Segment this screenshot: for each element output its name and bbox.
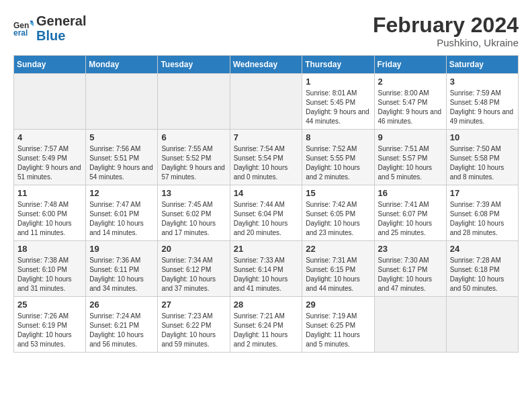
day-number: 4 [17,132,82,142]
calendar-cell: 25 Sunrise: 7:26 AM Sunset: 6:19 PM Dayl… [14,297,86,353]
calendar-weekday-sunday: Sunday [14,56,86,74]
day-number: 15 [306,188,370,198]
calendar-cell: 2 Sunrise: 8:00 AM Sunset: 5:47 PM Dayli… [374,74,446,130]
page-title: February 2024 [373,13,519,37]
day-number: 27 [161,300,226,310]
day-number: 18 [17,244,82,254]
calendar-week-4: 18 Sunrise: 7:38 AM Sunset: 6:10 PM Dayl… [14,241,519,297]
calendar-table: SundayMondayTuesdayWednesdayThursdayFrid… [13,55,519,353]
calendar-week-1: 1 Sunrise: 8:01 AM Sunset: 5:45 PM Dayli… [14,74,519,130]
day-number: 17 [450,188,515,198]
calendar-cell [374,297,446,353]
day-number: 10 [450,132,515,142]
day-info: Sunrise: 7:21 AM Sunset: 6:24 PM Dayligh… [234,312,299,349]
calendar-weekday-friday: Friday [374,56,446,74]
calendar-cell: 4 Sunrise: 7:57 AM Sunset: 5:49 PM Dayli… [14,130,86,185]
day-info: Sunrise: 7:55 AM Sunset: 5:52 PM Dayligh… [161,144,226,182]
calendar-cell: 17 Sunrise: 7:39 AM Sunset: 6:08 PM Dayl… [446,185,518,241]
calendar-cell [158,74,230,130]
day-info: Sunrise: 8:00 AM Sunset: 5:47 PM Dayligh… [378,89,443,126]
day-number: 19 [89,244,154,254]
day-number: 3 [450,77,515,87]
day-number: 21 [234,244,299,254]
day-info: Sunrise: 7:56 AM Sunset: 5:51 PM Dayligh… [89,144,154,182]
calendar-weekday-saturday: Saturday [446,56,518,74]
page-header: Gen eral General Blue February 2024 Push… [13,13,519,48]
calendar-cell: 22 Sunrise: 7:31 AM Sunset: 6:15 PM Dayl… [302,241,374,297]
day-number: 5 [89,132,154,142]
logo: Gen eral General Blue [13,13,86,43]
day-info: Sunrise: 7:59 AM Sunset: 5:48 PM Dayligh… [450,89,515,126]
day-number: 1 [306,77,370,87]
day-info: Sunrise: 8:01 AM Sunset: 5:45 PM Dayligh… [306,89,370,126]
day-number: 22 [306,244,370,254]
day-number: 13 [161,188,226,198]
calendar-weekday-thursday: Thursday [302,56,374,74]
calendar-cell: 6 Sunrise: 7:55 AM Sunset: 5:52 PM Dayli… [158,130,230,185]
calendar-cell: 21 Sunrise: 7:33 AM Sunset: 6:14 PM Dayl… [230,241,302,297]
calendar-cell: 29 Sunrise: 7:19 AM Sunset: 6:25 PM Dayl… [302,297,374,353]
calendar-cell: 7 Sunrise: 7:54 AM Sunset: 5:54 PM Dayli… [230,130,302,185]
calendar-cell: 18 Sunrise: 7:38 AM Sunset: 6:10 PM Dayl… [14,241,86,297]
logo-icon: Gen eral [13,18,34,38]
calendar-cell: 13 Sunrise: 7:45 AM Sunset: 6:02 PM Dayl… [158,185,230,241]
title-block: February 2024 Pushkino, Ukraine [373,13,519,48]
day-info: Sunrise: 7:54 AM Sunset: 5:54 PM Dayligh… [234,144,299,182]
calendar-cell [14,74,86,130]
day-info: Sunrise: 7:42 AM Sunset: 6:05 PM Dayligh… [306,200,370,238]
day-info: Sunrise: 7:36 AM Sunset: 6:11 PM Dayligh… [89,256,154,293]
day-number: 28 [234,300,299,310]
day-number: 9 [378,132,443,142]
calendar-cell: 3 Sunrise: 7:59 AM Sunset: 5:48 PM Dayli… [446,74,518,130]
day-number: 14 [234,188,299,198]
day-info: Sunrise: 7:24 AM Sunset: 6:21 PM Dayligh… [89,312,154,349]
calendar-header: SundayMondayTuesdayWednesdayThursdayFrid… [14,56,519,74]
day-info: Sunrise: 7:30 AM Sunset: 6:17 PM Dayligh… [378,256,443,293]
calendar-cell: 10 Sunrise: 7:50 AM Sunset: 5:58 PM Dayl… [446,130,518,185]
calendar-cell: 20 Sunrise: 7:34 AM Sunset: 6:12 PM Dayl… [158,241,230,297]
day-info: Sunrise: 7:34 AM Sunset: 6:12 PM Dayligh… [161,256,226,293]
day-info: Sunrise: 7:33 AM Sunset: 6:14 PM Dayligh… [234,256,299,293]
calendar-week-5: 25 Sunrise: 7:26 AM Sunset: 6:19 PM Dayl… [14,297,519,353]
day-info: Sunrise: 7:23 AM Sunset: 6:22 PM Dayligh… [161,312,226,349]
day-info: Sunrise: 7:57 AM Sunset: 5:49 PM Dayligh… [17,144,82,182]
day-number: 29 [306,300,370,310]
day-info: Sunrise: 7:45 AM Sunset: 6:02 PM Dayligh… [161,200,226,238]
calendar-cell: 28 Sunrise: 7:21 AM Sunset: 6:24 PM Dayl… [230,297,302,353]
calendar-week-3: 11 Sunrise: 7:48 AM Sunset: 6:00 PM Dayl… [14,185,519,241]
day-number: 25 [17,300,82,310]
day-number: 2 [378,77,443,87]
day-info: Sunrise: 7:26 AM Sunset: 6:19 PM Dayligh… [17,312,82,349]
day-info: Sunrise: 7:50 AM Sunset: 5:58 PM Dayligh… [450,144,515,182]
calendar-cell: 16 Sunrise: 7:41 AM Sunset: 6:07 PM Dayl… [374,185,446,241]
day-number: 24 [450,244,515,254]
day-info: Sunrise: 7:19 AM Sunset: 6:25 PM Dayligh… [306,312,370,349]
day-info: Sunrise: 7:39 AM Sunset: 6:08 PM Dayligh… [450,200,515,238]
svg-text:eral: eral [13,28,28,38]
day-info: Sunrise: 7:48 AM Sunset: 6:00 PM Dayligh… [17,200,82,238]
day-info: Sunrise: 7:44 AM Sunset: 6:04 PM Dayligh… [234,200,299,238]
day-info: Sunrise: 7:38 AM Sunset: 6:10 PM Dayligh… [17,256,82,293]
day-number: 16 [378,188,443,198]
day-info: Sunrise: 7:28 AM Sunset: 6:18 PM Dayligh… [450,256,515,293]
day-info: Sunrise: 7:47 AM Sunset: 6:01 PM Dayligh… [89,200,154,238]
calendar-cell: 11 Sunrise: 7:48 AM Sunset: 6:00 PM Dayl… [14,185,86,241]
calendar-cell: 27 Sunrise: 7:23 AM Sunset: 6:22 PM Dayl… [158,297,230,353]
calendar-cell: 24 Sunrise: 7:28 AM Sunset: 6:18 PM Dayl… [446,241,518,297]
day-number: 20 [161,244,226,254]
calendar-cell [230,74,302,130]
page-subtitle: Pushkino, Ukraine [373,37,519,48]
day-number: 26 [89,300,154,310]
calendar-cell [446,297,518,353]
calendar-cell: 26 Sunrise: 7:24 AM Sunset: 6:21 PM Dayl… [86,297,158,353]
calendar-cell: 9 Sunrise: 7:51 AM Sunset: 5:57 PM Dayli… [374,130,446,185]
day-info: Sunrise: 7:51 AM Sunset: 5:57 PM Dayligh… [378,144,443,182]
calendar-cell: 1 Sunrise: 8:01 AM Sunset: 5:45 PM Dayli… [302,74,374,130]
calendar-cell: 19 Sunrise: 7:36 AM Sunset: 6:11 PM Dayl… [86,241,158,297]
calendar-cell: 12 Sunrise: 7:47 AM Sunset: 6:01 PM Dayl… [86,185,158,241]
calendar-weekday-monday: Monday [86,56,158,74]
day-info: Sunrise: 7:52 AM Sunset: 5:55 PM Dayligh… [306,144,370,182]
day-number: 8 [306,132,370,142]
calendar-cell: 15 Sunrise: 7:42 AM Sunset: 6:05 PM Dayl… [302,185,374,241]
calendar-cell [86,74,158,130]
